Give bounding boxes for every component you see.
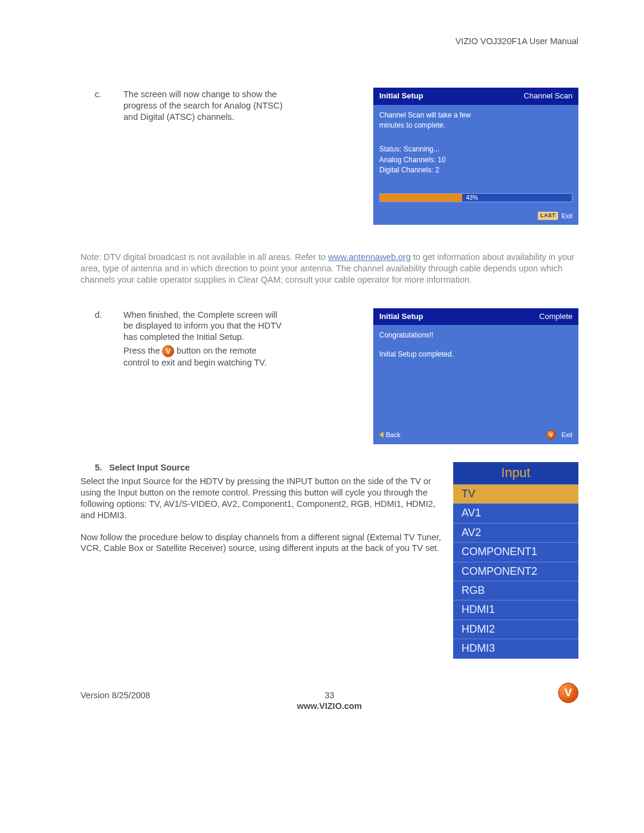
input-menu-title: Input: [453, 462, 578, 485]
input-menu-item: HDMI2: [453, 620, 578, 639]
input-menu-item: COMPONENT1: [453, 543, 578, 562]
osd2-exit-group: V Exit: [546, 430, 572, 439]
section-5-para2: Now follow the procedure below to displa…: [80, 532, 441, 555]
step-c-marker: c.: [80, 89, 123, 123]
osd2-title: Initial Setup: [379, 312, 423, 322]
footer-version: Version 8/25/2008: [80, 690, 150, 701]
footer-page-number: 33: [324, 690, 334, 701]
osd1-exit-label: Exit: [562, 212, 572, 220]
document-header: VIZIO VOJ320F1A User Manual: [80, 36, 578, 47]
osd2-completed: Initial Setup completed.: [379, 350, 572, 360]
vizio-v-icon: V: [546, 430, 556, 439]
osd2-congrats: Congratulations!!: [379, 331, 572, 340]
osd1-progress-percent: 43%: [462, 194, 478, 202]
note-pre: Note: DTV digital broadcast is not avail…: [80, 252, 328, 262]
input-menu-item: RGB: [453, 581, 578, 600]
osd1-analog-count: Analog Channels: 10: [379, 156, 572, 165]
vizio-logo-icon: V: [558, 683, 578, 703]
osd-complete: Initial Setup Complete Congratulations!!…: [373, 308, 578, 445]
step-d-row: d. When finished, the Complete screen wi…: [80, 309, 578, 445]
vizio-button-icon: V: [162, 345, 174, 357]
footer-site-url: www.VIZIO.com: [297, 701, 362, 712]
note-paragraph: Note: DTV digital broadcast is not avail…: [80, 252, 578, 286]
step-d-press-line: Press the V button on the remote control…: [123, 345, 283, 368]
osd2-right-label: Complete: [539, 312, 572, 322]
step-d-text1: When finished, the Complete screen will …: [123, 309, 283, 343]
osd2-back-label: Back: [386, 431, 400, 438]
back-icon: [379, 432, 383, 438]
osd2-back-group: Back: [379, 431, 400, 440]
osd1-progress-bar: 43%: [379, 193, 572, 202]
input-menu-item: AV2: [453, 524, 578, 543]
step-c-row: c. The screen will now change to show th…: [80, 89, 578, 225]
osd-channel-scan: Initial Setup Channel Scan Channel Scan …: [373, 88, 578, 225]
input-menu-item: HDMI3: [453, 639, 578, 658]
input-menu-item: TV: [453, 485, 578, 504]
input-menu-item: AV1: [453, 504, 578, 523]
osd1-msg-line2: minutes to complete.: [379, 121, 572, 131]
section-5-para1: Select the Input Source for the HDTV by …: [80, 476, 441, 521]
osd1-progress-fill: [380, 194, 462, 202]
osd1-title: Initial Setup: [379, 91, 423, 101]
step-d-press-pre: Press the: [123, 346, 162, 355]
step-c-text: The screen will now change to show the p…: [123, 89, 283, 123]
page-footer: Version 8/25/2008 33 www.VIZIO.com V: [80, 683, 578, 713]
step-d-marker: d.: [80, 309, 123, 369]
input-source-menu: Input TVAV1AV2COMPONENT1COMPONENT2RGBHDM…: [453, 462, 578, 658]
section-5-number: 5.: [80, 462, 109, 473]
osd1-last-button: LAST: [538, 212, 558, 220]
section-5-heading: 5. Select Input Source: [80, 462, 441, 473]
osd1-digital-count: Digital Channels: 2: [379, 166, 572, 175]
osd2-exit-label: Exit: [562, 431, 572, 438]
section-5-row: 5. Select Input Source Select the Input …: [80, 462, 578, 658]
input-menu-item: HDMI1: [453, 600, 578, 620]
input-menu-item: COMPONENT2: [453, 562, 578, 581]
antennaweb-link[interactable]: www.antennaweb.org: [328, 252, 411, 262]
section-5-title: Select Input Source: [109, 462, 190, 473]
osd1-msg-line1: Channel Scan will take a few: [379, 111, 572, 120]
osd1-status: Status: Scanning...: [379, 145, 572, 154]
osd1-right-label: Channel Scan: [524, 91, 572, 101]
